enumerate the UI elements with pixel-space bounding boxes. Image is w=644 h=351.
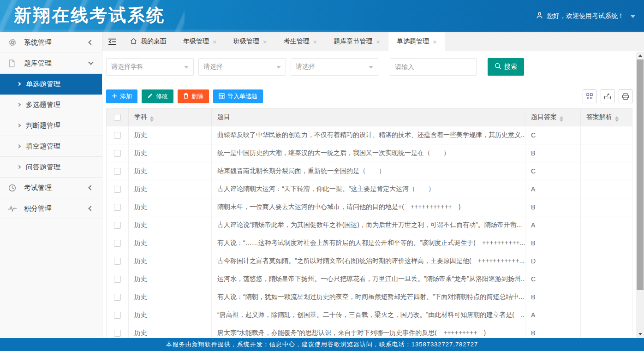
question-cell: 曲辕犁反映了中华民族的创造力，不仅有着精巧的设计、精湛的技术、还蕴含着一些美学规… [212,126,525,144]
sort-icon[interactable] [615,116,619,122]
search-button-label: 搜索 [504,63,517,71]
table-row[interactable]: 历史 唐太宗“水能载舟，亦能覆舟”的思想认识，来自于对下列哪一历史事件的反思( … [107,324,632,339]
close-icon[interactable] [376,38,380,45]
scroll-up-arrow[interactable] [636,52,644,59]
column-header-question: 题目 [212,108,525,126]
subject-cell: 历史 [129,162,212,180]
answer-cell: A [525,180,581,198]
sidebar-item-multi-choice[interactable]: 多选题管理 [0,95,102,115]
row-checkbox[interactable] [114,186,121,193]
table-row[interactable]: 历史 古人评论说“隋炀帝此举，为其国促数年之祚(国运)，而为后世开万世之利，可谓… [107,216,632,234]
row-checkbox[interactable] [114,294,121,301]
close-icon[interactable] [433,38,437,45]
tab-single-choice[interactable]: 单选题管理 [388,32,445,51]
pulse-icon [8,205,18,212]
sidebar-item-single-choice[interactable]: 单选题管理 [0,74,102,95]
row-checkbox[interactable] [114,222,121,229]
filter-select-3[interactable]: 请选择 [291,58,378,76]
row-checkbox[interactable] [114,312,121,319]
delete-button[interactable]: 删除 [178,89,209,103]
answer-cell: C [525,270,581,288]
subject-cell: 历史 [129,216,212,234]
sidebar-item-qa[interactable]: 问答题管理 [0,157,102,178]
question-cell: “唐高祖，起义师，除隋乱，创国基。二十传，三百载，梁灭之，国乃改。”由此材料可知… [212,306,525,324]
home-icon [130,38,137,46]
select-placeholder: 请选择学科 [111,63,143,71]
analysis-cell [581,162,632,180]
import-button[interactable]: 导入单选题 [213,89,263,103]
table-row[interactable]: 历史 曲辕犁反映了中华民族的创造力，不仅有着精巧的设计、精湛的技术、还蕴含着一些… [107,126,632,144]
table-row[interactable]: 历史 古人评论隋朝大运河：“天下转漕，仰此一渠。”这主要是肯定大运河（ ） A [107,180,632,198]
tab-candidate[interactable]: 考生管理 [275,32,326,51]
close-icon[interactable] [313,38,317,45]
table-row[interactable]: 历史 有人说：“隋朝，犹如一颗流星划过历史的夜空，时间虽然短暂却光芒四射。”下面… [107,288,632,306]
chevron-right-icon [17,124,21,127]
filter-columns-button[interactable] [583,89,596,103]
question-table: 学科 题目 题目答案 答案解析 历史 曲辕犁反映了中华民族的创造力，不仅有着精巧… [106,108,632,338]
chevron-down-icon [369,66,373,69]
analysis-cell [581,234,632,252]
select-all-checkbox[interactable] [114,114,121,121]
content-panel: 请选择学科 请选择 请选择 搜索 [102,51,636,338]
row-checkbox[interactable] [114,276,121,283]
add-button[interactable]: 添加 [106,89,137,103]
sidebar-item-fill-blank[interactable]: 填空题管理 [0,136,102,157]
analysis-cell [581,324,632,339]
search-button[interactable]: 搜索 [488,58,524,76]
table-row[interactable]: 历史 运河水，荡悠悠，隋炀皇帝下扬州。一心只把琼花看，万里江山一旦丢。”隋炀帝乘… [107,270,632,288]
table-row[interactable]: 历史 古今称国计之富者莫如隋。”之所以对隋文帝(右图)统治时期的评价这样高，主要… [107,252,632,270]
edit-button[interactable]: 修改 [142,89,173,103]
row-checkbox[interactable] [114,204,121,211]
document-icon [8,59,18,67]
print-button[interactable] [619,89,632,103]
filter-select-2[interactable]: 请选择 [198,58,286,76]
row-checkbox[interactable] [114,330,121,337]
analysis-cell [581,252,632,270]
analysis-cell [581,216,632,234]
answer-cell: B [525,324,581,339]
subject-cell: 历史 [129,288,212,306]
sort-icon[interactable] [150,116,154,122]
row-checkbox[interactable] [114,168,121,175]
table-row[interactable]: 历史 有人说：“……这种考试制度对社会上所有阶层的人都是公开和平等的。”该制度正… [107,234,632,252]
analysis-cell [581,270,632,288]
collapse-tabs-icon[interactable] [102,32,122,51]
row-checkbox[interactable] [114,240,121,247]
question-cell: 结束魏晋南北朝长期分裂局面，重新统一全国的是（ ） [212,162,525,180]
sidebar-item-label: 单选题管理 [26,80,60,89]
chevron-down-icon [630,15,636,18]
tab-chapter[interactable]: 题库章节管理 [325,32,388,51]
export-button[interactable] [601,89,614,103]
close-icon[interactable] [213,38,217,45]
table-row[interactable]: 历史 统一是中国历史的大潮，继秦汉的大一统之后，我国又一次实现统一是在（ ） B [107,144,632,162]
sidebar-item-score[interactable]: 积分管理 [0,198,102,219]
tab-grade[interactable]: 年级管理 [175,32,225,51]
vertical-scrollbar[interactable] [636,52,644,338]
row-checkbox[interactable] [114,150,121,157]
question-cell: 古人评论隋朝大运河：“天下转漕，仰此一渠。”这主要是肯定大运河（ ） [212,180,525,198]
tab-class[interactable]: 班级管理 [225,32,275,51]
sidebar-item-true-false[interactable]: 判断题管理 [0,115,102,136]
sidebar-item-exam[interactable]: 考试管理 [0,178,102,198]
user-menu[interactable]: 您好，欢迎使用考试系统！ [536,0,636,32]
scroll-down-arrow[interactable] [636,330,644,338]
table-row[interactable]: 历史 结束魏晋南北朝长期分裂局面，重新统一全国的是（ ） C [107,162,632,180]
sidebar-item-question-bank[interactable]: 题库管理 [0,53,102,74]
analysis-cell [581,144,632,162]
subject-cell: 历史 [129,306,212,324]
row-checkbox[interactable] [114,258,121,265]
sidebar-item-system[interactable]: 系统管理 [0,32,102,53]
subject-select[interactable]: 请选择学科 [106,58,194,76]
answer-cell: C [525,126,581,144]
header: 新翔在线考试系统 您好，欢迎使用考试系统！ [0,0,644,32]
sort-icon[interactable] [560,116,563,122]
close-icon[interactable] [263,38,267,45]
table-row[interactable]: 历史 “唐高祖，起义师，除隋乱，创国基。二十传，三百载，梁灭之，国乃改。”由此材… [107,306,632,324]
table-row[interactable]: 历史 隋朝末年，一位商人要去大运河的中心城市，请问他的目的地是+( ++++++… [107,198,632,216]
analysis-cell [581,198,632,216]
keyword-input[interactable] [390,58,477,76]
subject-cell: 历史 [129,180,212,198]
row-checkbox[interactable] [114,132,121,139]
tab-desktop[interactable]: 我的桌面 [122,32,175,51]
scrollbar-thumb[interactable] [637,59,644,290]
